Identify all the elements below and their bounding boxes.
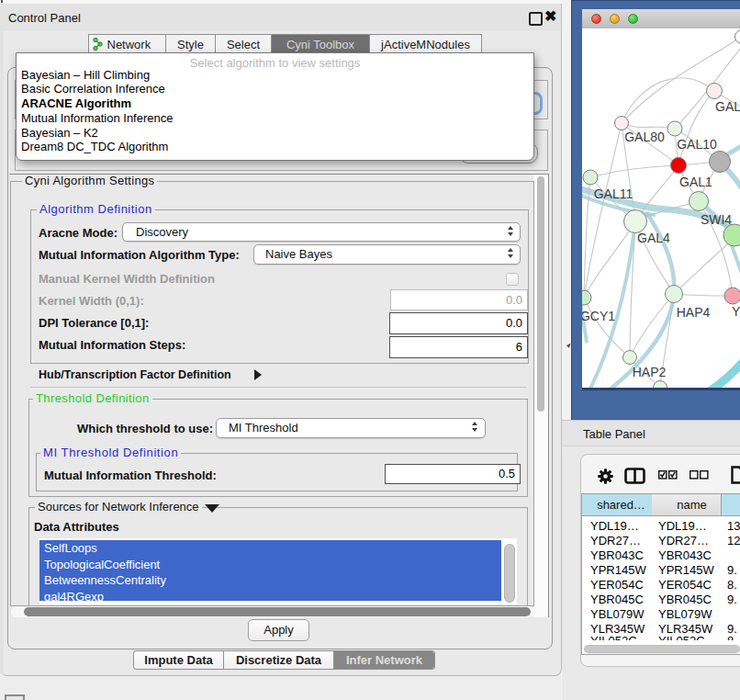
svg-text:GAL1: GAL1 — [679, 175, 712, 189]
svg-text:GAL80: GAL80 — [624, 130, 665, 144]
svg-text:Y: Y — [732, 304, 740, 319]
svg-text:GAL4: GAL4 — [637, 231, 670, 245]
svg-text:HAP4: HAP4 — [677, 305, 711, 320]
svg-text:GAL10: GAL10 — [677, 137, 717, 152]
svg-text:GCY1: GCY1 — [582, 309, 615, 323]
svg-text:HAP2: HAP2 — [633, 365, 667, 379]
svg-text:GAL: GAL — [715, 99, 740, 114]
svg-text:SWI4: SWI4 — [701, 212, 732, 227]
svg-text:GAL11: GAL11 — [594, 186, 633, 201]
